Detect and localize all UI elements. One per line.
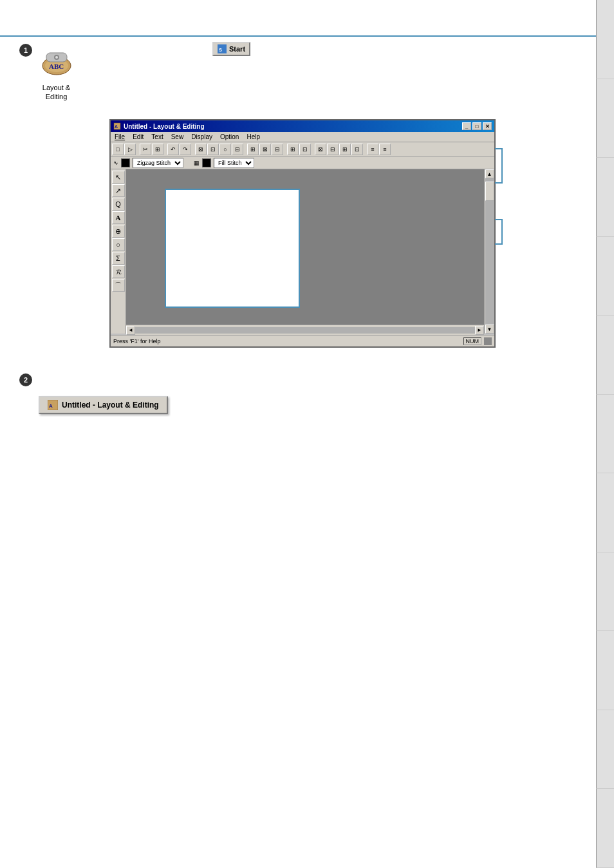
scroll-track-h[interactable] xyxy=(135,327,475,334)
close-button[interactable]: ✕ xyxy=(483,122,492,130)
tb-b15[interactable]: ≡ xyxy=(379,144,391,155)
tool-wave[interactable]: ⌒ xyxy=(112,279,125,292)
scrollbar-vertical[interactable]: ▲ ▼ xyxy=(484,169,494,334)
menu-help[interactable]: Help xyxy=(245,133,261,140)
layout-editing-icon: ABC xyxy=(40,46,73,80)
tb-redo[interactable]: ↷ xyxy=(180,144,191,155)
color-swatch-2[interactable] xyxy=(202,158,211,167)
tb-b5[interactable]: ⊞ xyxy=(247,144,259,155)
scroll-thumb-v[interactable] xyxy=(485,182,494,201)
scroll-left-button[interactable]: ◄ xyxy=(126,326,135,335)
taskbar-title: Untitled - Layout & Editing xyxy=(62,401,159,410)
svg-text:s: s xyxy=(219,46,222,53)
tb-b8[interactable]: ⊞ xyxy=(287,144,299,155)
tb-undo[interactable]: ↶ xyxy=(167,144,179,155)
taskbar-icon: A xyxy=(48,400,58,410)
tb-b13[interactable]: ⊡ xyxy=(351,144,363,155)
right-tab-7[interactable] xyxy=(596,473,614,552)
maximize-button[interactable]: □ xyxy=(472,122,481,130)
svg-text:A: A xyxy=(49,403,53,409)
window-controls[interactable]: _ □ ✕ xyxy=(462,122,492,130)
bracket-annotation-top xyxy=(495,148,503,184)
scroll-down-button[interactable]: ▼ xyxy=(485,325,494,334)
tool-text[interactable]: A xyxy=(112,211,125,224)
right-tab-9[interactable] xyxy=(596,631,614,710)
right-tab-2[interactable] xyxy=(596,79,614,158)
tb-b9[interactable]: ⊡ xyxy=(299,144,311,155)
tool-sigma[interactable]: Σ xyxy=(112,252,125,265)
menu-bar: File Edit Text Sew Display Option Help xyxy=(111,132,494,142)
tb-new[interactable]: □ xyxy=(112,144,124,155)
titlebar-left: A Untitled - Layout & Editing xyxy=(113,122,205,130)
menu-file[interactable]: File xyxy=(113,133,126,140)
right-tab-5[interactable] xyxy=(596,316,614,395)
svg-text:ABC: ABC xyxy=(49,62,64,70)
step2-badge: 2 xyxy=(19,373,32,386)
toolbar-2: ∿ Zigzag Stitch ▦ Fill Stitch xyxy=(111,156,494,169)
tool-zoom[interactable]: Q xyxy=(112,198,125,211)
menu-sew[interactable]: Sew xyxy=(170,133,185,140)
right-tab-1[interactable] xyxy=(596,0,614,79)
taskbar-button[interactable]: A Untitled - Layout & Editing xyxy=(39,396,168,414)
menu-option[interactable]: Option xyxy=(219,133,240,140)
toolbar-1: □ ▷ ✂ ⊞ ↶ ↷ ⊠ ⊡ ○ ⊟ ⊞ ⊠ ⊟ ⊞ ⊡ ⊠ ⊟ ⊞ ⊡ ≡ … xyxy=(111,142,494,156)
tb-b11[interactable]: ⊟ xyxy=(327,144,339,155)
tb-copy[interactable]: ⊞ xyxy=(152,144,163,155)
window-titlebar: A Untitled - Layout & Editing _ □ ✕ xyxy=(111,120,494,132)
scrollbar-horizontal[interactable]: ◄ ► xyxy=(126,325,484,335)
svg-point-7 xyxy=(55,56,58,59)
tool-pointer[interactable]: ↗ xyxy=(112,184,125,197)
window-title: Untitled - Layout & Editing xyxy=(124,123,205,130)
start-button-reference: s Start xyxy=(212,42,250,56)
scroll-right-button[interactable]: ► xyxy=(475,326,484,335)
tb-b1[interactable]: ⊠ xyxy=(195,144,207,155)
top-divider xyxy=(0,35,596,37)
tb-b6[interactable]: ⊠ xyxy=(259,144,271,155)
tool-shape1[interactable]: ⊕ xyxy=(112,225,125,238)
help-text: Press 'F1' for Help xyxy=(113,338,160,344)
app-icon-area: ABC Layout & Editing xyxy=(39,45,74,102)
right-tab-4[interactable] xyxy=(596,237,614,316)
app-window: A Untitled - Layout & Editing _ □ ✕ File… xyxy=(109,119,496,348)
tb-open[interactable]: ▷ xyxy=(124,144,136,155)
status-icon xyxy=(484,337,492,345)
start-label: Start xyxy=(229,45,245,53)
scroll-up-button[interactable]: ▲ xyxy=(485,169,494,178)
tb-cut[interactable]: ✂ xyxy=(140,144,151,155)
tool-path[interactable]: 𝓡 xyxy=(112,265,125,278)
menu-display[interactable]: Display xyxy=(190,133,214,140)
tool-ellipse[interactable]: ○ xyxy=(112,238,125,251)
start-icon: s xyxy=(218,44,227,53)
svg-text:A: A xyxy=(115,124,118,129)
right-tab-6[interactable] xyxy=(596,395,614,474)
tool-select[interactable]: ↖ xyxy=(112,171,125,184)
drawing-area xyxy=(126,169,484,334)
canvas-area: ↖ ↗ Q A ⊕ ○ Σ 𝓡 ⌒ ▲ ▼ xyxy=(111,169,494,334)
toolbar2-wave: ∿ xyxy=(113,160,118,166)
menu-edit[interactable]: Edit xyxy=(131,133,145,140)
app-icon-label: Layout & Editing xyxy=(39,83,74,102)
tb-b3[interactable]: ○ xyxy=(219,144,231,155)
zigzag-select[interactable]: Zigzag Stitch xyxy=(133,158,183,168)
menu-text[interactable]: Text xyxy=(150,133,164,140)
right-tab-10[interactable] xyxy=(596,710,614,789)
scroll-track-v[interactable] xyxy=(485,178,494,325)
tb-b2[interactable]: ⊡ xyxy=(207,144,219,155)
tb-b7[interactable]: ⊟ xyxy=(272,144,283,155)
tb-b14[interactable]: ≡ xyxy=(367,144,378,155)
right-tab-8[interactable] xyxy=(596,552,614,632)
minimize-button[interactable]: _ xyxy=(462,122,471,130)
window-icon: A xyxy=(113,122,121,130)
right-tabs xyxy=(596,0,614,868)
canvas-white-area xyxy=(165,189,300,308)
right-tab-3[interactable] xyxy=(596,158,614,237)
tool-panel: ↖ ↗ Q A ⊕ ○ Σ 𝓡 ⌒ xyxy=(111,169,126,334)
tb-b10[interactable]: ⊠ xyxy=(315,144,326,155)
app-icon: ABC xyxy=(39,45,74,80)
tb-b4[interactable]: ⊟ xyxy=(232,144,243,155)
fill-select[interactable]: Fill Stitch xyxy=(214,158,254,168)
color-swatch-1[interactable] xyxy=(121,158,130,167)
tb-b12[interactable]: ⊞ xyxy=(339,144,351,155)
right-tab-11[interactable] xyxy=(596,789,614,868)
toolbar2-fill-icon: ▦ xyxy=(194,160,200,166)
